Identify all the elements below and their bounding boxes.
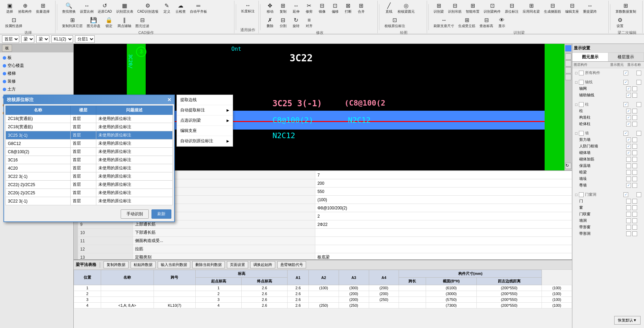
right-item-check-2-0[interactable]: [626, 109, 631, 113]
input-col-data-button[interactable]: 输入当前列数据: [158, 261, 190, 268]
right-item-check-3-4[interactable]: [626, 163, 631, 168]
original-label-button[interactable]: ⊟原位标注: [503, 1, 520, 15]
right-section-name-check-0[interactable]: [636, 71, 641, 75]
right-section-display-check-1[interactable]: [623, 80, 628, 85]
copy-span-data-button[interactable]: 复制跨数据: [104, 261, 129, 268]
tab-floor-display[interactable]: 楼层显示: [608, 53, 644, 61]
lock-button[interactable]: 🔒锁定: [103, 16, 115, 29]
find-replace-button[interactable]: 🔍查找替换: [60, 1, 77, 15]
right-item-check-4-0[interactable]: [626, 199, 631, 204]
right-section-display-check-0[interactable]: [623, 71, 628, 75]
nav-control-2[interactable]: [565, 53, 571, 60]
id-beam-button[interactable]: ⊞识别梁: [432, 1, 446, 15]
right-section-check-4[interactable]: [579, 192, 584, 197]
right-item-name-check-3-7[interactable]: [632, 183, 637, 188]
set-scale-button[interactable]: ↔设置比例: [78, 1, 95, 15]
delete-button[interactable]: ✗删除: [264, 16, 276, 29]
dialog-table-row[interactable]: 2C22(-2)/2C25 首层 未使用的原位标注: [6, 181, 173, 189]
right-item-name-check-2-0[interactable]: [632, 109, 637, 113]
dialog-table-row[interactable]: 4C20 首层 未使用的原位标注: [6, 164, 173, 172]
cloud-check-button[interactable]: ☁云检查: [174, 1, 187, 15]
props-cell-value[interactable]: Φ8@100/200(2): [315, 204, 572, 212]
manual-identify-button[interactable]: 手动识别: [121, 209, 149, 219]
props-cell-value[interactable]: 550: [315, 187, 572, 196]
dialog-table-row[interactable]: 2C18(贯通筋) 首层 未使用的原位标注: [6, 123, 173, 131]
dialog-table-row[interactable]: C8@100(2) 首层 未使用的原位标注: [6, 148, 173, 156]
nav-control-3[interactable]: [565, 60, 571, 66]
generate-rebar-button[interactable]: ⊞生成受立筋: [457, 16, 477, 29]
restore-default-button[interactable]: 恢复默认▼: [614, 316, 641, 325]
type2-select[interactable]: 梁: [36, 35, 49, 43]
type1-select[interactable]: 梁: [21, 35, 34, 43]
align-button[interactable]: ≡对齐: [303, 16, 315, 29]
refresh-button[interactable]: 刷新: [151, 209, 171, 219]
right-section-display-check-4[interactable]: [623, 192, 628, 197]
check-beam-label-button[interactable]: ⊡校核原位标注: [383, 16, 407, 29]
props-cell-value[interactable]: [315, 245, 572, 253]
right-item-check-1-1[interactable]: [626, 93, 631, 98]
left-tab-board[interactable]: 板: [2, 45, 12, 52]
dialog-table-row[interactable]: 3C22 3(-1) 首层 未使用的原位标注: [6, 172, 173, 181]
rotate-button[interactable]: ↻旋转: [290, 16, 302, 29]
delete-col-data-button[interactable]: 删除当前列数据: [192, 261, 225, 268]
right-item-name-check-3-5[interactable]: [632, 170, 637, 175]
mirror-button[interactable]: ⊟镜像: [316, 1, 328, 15]
tree-item-stairs[interactable]: 楼梯: [1, 70, 72, 77]
right-item-name-check-4-3[interactable]: [632, 218, 637, 223]
right-item-check-4-1[interactable]: [626, 205, 631, 210]
edit-support-button[interactable]: ⊟编辑支座: [563, 1, 581, 15]
page-settings-button[interactable]: 页面设置: [227, 261, 248, 268]
menu-item-click-id-beam[interactable]: 点选识别梁 ▶: [177, 116, 233, 126]
props-cell-value[interactable]: 200: [315, 179, 572, 187]
length-label-button[interactable]: ↔长度标注: [239, 1, 256, 15]
attr-select-button[interactable]: ⊡按属性选择: [3, 16, 24, 29]
right-section-name-check-1[interactable]: [636, 80, 641, 85]
nav-control-5[interactable]: [565, 74, 571, 80]
copy-num-data-button[interactable]: ⊞算数数据复制: [614, 1, 638, 15]
props-cell-value[interactable]: 7: [315, 171, 572, 179]
right-item-check-3-2[interactable]: [626, 150, 631, 155]
right-item-check-3-1[interactable]: [626, 144, 631, 149]
right-item-check-3-3[interactable]: [626, 157, 631, 162]
dialog-table-row[interactable]: 3C22 3(-1) 首层 未使用的原位标注: [6, 197, 173, 205]
right-item-check-3-6[interactable]: [626, 177, 631, 181]
right-item-check-3-7[interactable]: [626, 183, 631, 188]
right-section-display-check-3[interactable]: [623, 131, 628, 136]
dialog-table-row[interactable]: G8C12 首层 未使用的原位标注: [6, 139, 173, 148]
stretch-button[interactable]: ↔延伸: [290, 1, 302, 15]
check-beam-circle-button[interactable]: ◎校核梁圆元: [396, 1, 416, 15]
right-item-name-check-3-4[interactable]: [632, 163, 637, 168]
two-point-aux-button[interactable]: ∥两点辅轴: [116, 16, 133, 29]
dialog-close-button[interactable]: ✕: [167, 97, 171, 102]
select-button[interactable]: ▣选择: [3, 1, 16, 15]
right-section-check-2[interactable]: [579, 102, 584, 107]
trim-button[interactable]: ✂修剪: [303, 1, 315, 15]
right-item-check-4-3[interactable]: [626, 218, 631, 223]
props-cell-value[interactable]: 2Φ22: [315, 220, 572, 229]
right-item-name-check-3-6[interactable]: [632, 177, 637, 181]
right-item-check-2-2[interactable]: [626, 122, 631, 126]
swap-start-span-button[interactable]: 调换起始跨: [250, 261, 275, 268]
menu-item-auto-extract-label[interactable]: 自动提取标注 ▶: [177, 105, 233, 116]
props-cell-value[interactable]: [315, 229, 572, 237]
right-item-check-4-4[interactable]: [626, 225, 631, 230]
restore-cad-button[interactable]: ↺还原CAD: [96, 1, 113, 15]
element-select[interactable]: KL1(2): [51, 35, 73, 43]
nav-control-4[interactable]: [565, 67, 571, 73]
right-item-name-check-4-4[interactable]: [632, 225, 637, 230]
define-button[interactable]: ✎定义: [161, 1, 173, 15]
nav-control-1[interactable]: [565, 45, 571, 51]
smart-layout-button[interactable]: ⊞智能布置: [464, 1, 481, 15]
props-cell-value[interactable]: (100): [315, 196, 572, 204]
pickup-button[interactable]: ⊕拾取构件: [16, 1, 34, 15]
props-cell-value[interactable]: [315, 237, 572, 245]
right-item-name-check-1-0[interactable]: [632, 86, 637, 91]
menu-item-auto-id-label[interactable]: 自动识别原位标注 ▶: [177, 136, 233, 146]
straight-line-button[interactable]: ╱直线: [383, 1, 395, 15]
props-cell-value[interactable]: 2: [315, 212, 572, 220]
cad-id-opts-button[interactable]: ⚙CAD识别选项: [136, 1, 160, 15]
paste-span-data-button[interactable]: 粘贴跨数据: [131, 261, 156, 268]
dialog-table-row[interactable]: 2C18(贯通筋) 首层 未使用的原位标注: [6, 115, 173, 123]
floor-select[interactable]: 首层: [2, 35, 19, 43]
element-disc-button[interactable]: 💾图元存盘: [85, 16, 102, 29]
